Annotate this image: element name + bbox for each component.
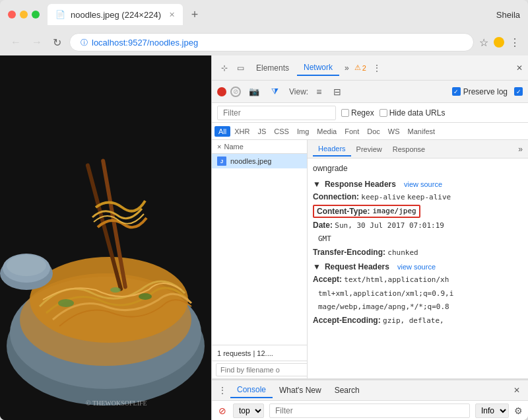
- whats-new-tab[interactable]: What's New: [273, 383, 328, 398]
- back-button[interactable]: ←: [8, 35, 24, 50]
- collapse-triangle[interactable]: ▼: [313, 180, 321, 189]
- type-all[interactable]: All: [214, 126, 230, 137]
- content-type-highlighted: Content-Type: image/jpeg: [313, 205, 420, 218]
- grouped-view-icon[interactable]: ⊟: [329, 84, 345, 100]
- more-tabs-icon[interactable]: »: [341, 61, 353, 75]
- warning-icon: ⚠: [354, 63, 361, 72]
- network-item-name: noodles.jpeg: [230, 157, 271, 165]
- network-status: 1 requests | 12....: [212, 345, 307, 361]
- type-doc[interactable]: Doc: [363, 126, 384, 137]
- clear-button[interactable]: ⊘: [230, 87, 241, 97]
- svg-text:© THEWOKSOFLIFE: © THEWOKSOFLIFE: [86, 400, 147, 407]
- device-emulation-icon[interactable]: ▭: [233, 61, 248, 75]
- request-count: 1 requests | 12....: [217, 349, 273, 357]
- headers-sub-tabs: Headers Preview Response »: [308, 140, 528, 158]
- console-settings-icon[interactable]: ⚙: [514, 405, 523, 416]
- response-headers-section: ▼ Response Headers view source Connectio…: [313, 180, 523, 258]
- devtools-close-icon[interactable]: ✕: [516, 63, 523, 73]
- active-tab[interactable]: 📄 noodles.jpeg (224×224) ✕: [48, 4, 183, 25]
- elements-tab[interactable]: Elements: [249, 61, 296, 75]
- traffic-lights: [8, 11, 40, 18]
- request-view-source[interactable]: view source: [397, 263, 436, 271]
- devtools-more-icon[interactable]: ⋮: [369, 61, 385, 75]
- response-view-source[interactable]: view source: [404, 180, 442, 188]
- menu-icon[interactable]: ⋮: [510, 36, 520, 49]
- network-content: × Name J noodles.jpeg 1 requests | 12...…: [212, 140, 528, 379]
- search-tab[interactable]: Search: [328, 383, 366, 398]
- preview-tab[interactable]: Preview: [351, 143, 387, 156]
- network-tab[interactable]: Network: [297, 60, 339, 76]
- reload-button[interactable]: ↻: [50, 35, 64, 50]
- devtools-toolbar: ⊹ ▭ Elements Network » ⚠ 2 ⋮ ✕: [212, 55, 528, 81]
- type-manifest[interactable]: Manifest: [404, 126, 440, 137]
- type-css[interactable]: CSS: [270, 126, 293, 137]
- profile-circle[interactable]: [494, 37, 504, 48]
- type-img[interactable]: Img: [293, 126, 313, 137]
- url-text: localhost:9527/noodles.jpeg: [92, 38, 198, 48]
- address-bar: ← → ↻ ⓘ localhost:9527/noodles.jpeg ☆ ⋮: [0, 29, 528, 55]
- console-bar: ⋮ Console What's New Search ✕: [212, 379, 528, 400]
- name-column-close[interactable]: ×: [217, 143, 221, 151]
- console-filter-input[interactable]: [269, 403, 470, 418]
- new-tab-button[interactable]: +: [185, 5, 204, 24]
- devtools-warning[interactable]: ⚠ 2: [354, 63, 366, 72]
- collapse-triangle-req[interactable]: ▼: [313, 262, 321, 271]
- second-checkbox[interactable]: [514, 87, 523, 96]
- minimize-light[interactable]: [20, 11, 28, 18]
- title-bar: 📄 noodles.jpeg (224×224) ✕ + Sheila: [0, 0, 528, 29]
- tab-close-icon[interactable]: ✕: [169, 11, 175, 19]
- network-item[interactable]: J noodles.jpeg: [212, 154, 307, 168]
- svg-point-8: [139, 293, 152, 300]
- svg-point-7: [58, 299, 74, 307]
- bookmark-star-icon[interactable]: ☆: [479, 36, 488, 49]
- date-name: Date:: [313, 221, 333, 230]
- hide-data-urls-label: Hide data URLs: [389, 108, 446, 118]
- accept-value3-row: mage/webp,image/apng,*/*;q=0.8: [313, 300, 523, 313]
- address-input[interactable]: ⓘ localhost:9527/noodles.jpeg: [69, 33, 474, 52]
- main-content: © THEWOKSOFLIFE ⊹ ▭ Elements Network » ⚠…: [0, 55, 528, 420]
- record-button[interactable]: [217, 87, 226, 96]
- find-filename-input[interactable]: [216, 363, 308, 376]
- console-stop-icon[interactable]: ⊘: [217, 405, 228, 416]
- response-tab[interactable]: Response: [387, 143, 431, 156]
- console-tab[interactable]: Console: [230, 382, 273, 398]
- camera-icon[interactable]: 📷: [245, 84, 263, 99]
- console-level-select[interactable]: Info: [475, 403, 509, 418]
- console-close-btn[interactable]: ✕: [508, 386, 525, 395]
- forward-button[interactable]: →: [29, 35, 45, 50]
- more-headers-tabs[interactable]: »: [518, 145, 523, 154]
- filter-icon[interactable]: ⧩: [267, 84, 282, 100]
- network-list-spacer: [212, 168, 307, 345]
- tab-title: noodles.jpeg (224×224): [71, 10, 161, 20]
- accept-value3: mage/webp,image/apng,*/*;q=0.8: [318, 302, 449, 311]
- regex-option: Regex: [341, 108, 374, 118]
- request-headers-title: ▼ Request Headers view source: [313, 262, 523, 271]
- regex-label: Regex: [351, 108, 374, 118]
- preserve-log-checkbox[interactable]: [452, 87, 461, 96]
- request-headers-label: Request Headers: [325, 262, 389, 271]
- type-ws[interactable]: WS: [384, 126, 404, 137]
- hide-data-urls-option: Hide data URLs: [380, 108, 446, 118]
- devtools-panel: ⊹ ▭ Elements Network » ⚠ 2 ⋮ ✕ ⊘ 📷 ⧩: [211, 55, 528, 420]
- cursor-tool-icon[interactable]: ⊹: [217, 61, 232, 75]
- view-label: View:: [289, 87, 308, 96]
- headers-tab[interactable]: Headers: [313, 142, 351, 157]
- network-list-header: × Name: [212, 140, 307, 154]
- regex-checkbox[interactable]: [341, 109, 349, 117]
- hide-data-urls-checkbox[interactable]: [380, 109, 387, 117]
- type-font[interactable]: Font: [341, 126, 363, 137]
- type-xhr[interactable]: XHR: [230, 126, 253, 137]
- console-menu-icon[interactable]: ⋮: [214, 382, 230, 398]
- list-view-icon[interactable]: ≡: [312, 84, 325, 100]
- type-js[interactable]: JS: [253, 126, 270, 137]
- browser-window: 📄 noodles.jpeg (224×224) ✕ + Sheila ← → …: [0, 0, 528, 420]
- type-media[interactable]: Media: [313, 126, 341, 137]
- maximize-light[interactable]: [32, 11, 40, 18]
- svg-point-9: [110, 287, 121, 293]
- close-light[interactable]: [8, 11, 16, 18]
- console-context-select[interactable]: top: [233, 403, 264, 418]
- encoding-name: Accept-Encoding:: [313, 316, 381, 325]
- date-row: Date: Sun, 30 Jul 2017 07:01:19: [313, 219, 523, 232]
- filter-input[interactable]: [217, 106, 336, 120]
- warning-count: 2: [362, 64, 366, 72]
